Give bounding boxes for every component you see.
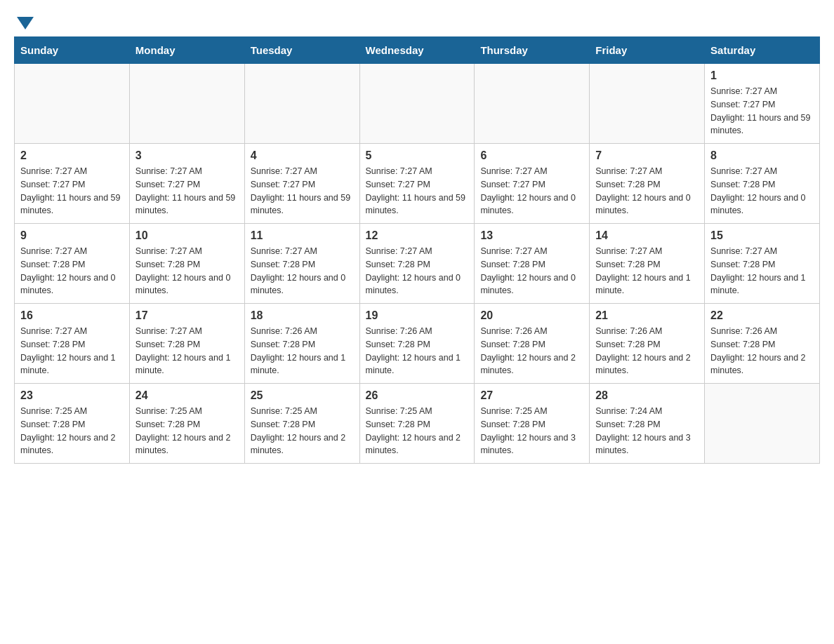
calendar-day-cell — [129, 64, 244, 144]
day-info: Sunrise: 7:26 AMSunset: 7:28 PMDaylight:… — [480, 325, 583, 377]
day-number: 3 — [135, 149, 239, 162]
day-info: Sunrise: 7:27 AMSunset: 7:27 PMDaylight:… — [710, 85, 814, 137]
calendar-day-cell: 17Sunrise: 7:27 AMSunset: 7:28 PMDayligh… — [129, 304, 244, 384]
calendar-day-cell: 4Sunrise: 7:27 AMSunset: 7:27 PMDaylight… — [244, 144, 359, 224]
day-number: 15 — [710, 229, 814, 242]
calendar-day-cell: 9Sunrise: 7:27 AMSunset: 7:28 PMDaylight… — [15, 224, 130, 304]
day-number: 7 — [595, 149, 699, 162]
day-header-row: SundayMondayTuesdayWednesdayThursdayFrid… — [15, 37, 820, 64]
day-info: Sunrise: 7:27 AMSunset: 7:28 PMDaylight:… — [710, 245, 814, 297]
day-number: 21 — [595, 309, 699, 322]
day-number: 14 — [595, 229, 699, 242]
day-info: Sunrise: 7:27 AMSunset: 7:28 PMDaylight:… — [366, 245, 469, 297]
calendar-day-cell: 26Sunrise: 7:25 AMSunset: 7:28 PMDayligh… — [359, 384, 475, 464]
logo — [14, 14, 34, 29]
calendar-day-cell: 13Sunrise: 7:27 AMSunset: 7:28 PMDayligh… — [475, 224, 590, 304]
calendar-day-cell: 27Sunrise: 7:25 AMSunset: 7:28 PMDayligh… — [475, 384, 590, 464]
day-info: Sunrise: 7:25 AMSunset: 7:28 PMDaylight:… — [480, 405, 583, 457]
day-info: Sunrise: 7:27 AMSunset: 7:27 PMDaylight:… — [480, 165, 583, 217]
calendar-week-row: 16Sunrise: 7:27 AMSunset: 7:28 PMDayligh… — [15, 304, 820, 384]
day-info: Sunrise: 7:27 AMSunset: 7:28 PMDaylight:… — [135, 325, 239, 377]
calendar-day-cell: 28Sunrise: 7:24 AMSunset: 7:28 PMDayligh… — [590, 384, 705, 464]
calendar-table: SundayMondayTuesdayWednesdayThursdayFrid… — [14, 36, 820, 464]
calendar-day-cell: 12Sunrise: 7:27 AMSunset: 7:28 PMDayligh… — [359, 224, 475, 304]
calendar-day-cell: 16Sunrise: 7:27 AMSunset: 7:28 PMDayligh… — [15, 304, 130, 384]
calendar-day-cell: 8Sunrise: 7:27 AMSunset: 7:28 PMDaylight… — [705, 144, 820, 224]
day-info: Sunrise: 7:25 AMSunset: 7:28 PMDaylight:… — [20, 405, 124, 457]
day-number: 27 — [480, 389, 583, 402]
day-info: Sunrise: 7:27 AMSunset: 7:28 PMDaylight:… — [251, 245, 354, 297]
day-of-week-header: Thursday — [475, 37, 590, 64]
calendar-day-cell: 10Sunrise: 7:27 AMSunset: 7:28 PMDayligh… — [129, 224, 244, 304]
day-number: 24 — [135, 389, 239, 402]
day-number: 4 — [251, 149, 354, 162]
calendar-week-row: 1Sunrise: 7:27 AMSunset: 7:27 PMDaylight… — [15, 64, 820, 144]
calendar-day-cell: 19Sunrise: 7:26 AMSunset: 7:28 PMDayligh… — [359, 304, 475, 384]
calendar-day-cell: 14Sunrise: 7:27 AMSunset: 7:28 PMDayligh… — [590, 224, 705, 304]
day-info: Sunrise: 7:27 AMSunset: 7:28 PMDaylight:… — [20, 325, 124, 377]
calendar-day-cell: 5Sunrise: 7:27 AMSunset: 7:27 PMDaylight… — [359, 144, 475, 224]
day-number: 18 — [251, 309, 354, 322]
day-of-week-header: Monday — [129, 37, 244, 64]
calendar-day-cell: 20Sunrise: 7:26 AMSunset: 7:28 PMDayligh… — [475, 304, 590, 384]
day-info: Sunrise: 7:26 AMSunset: 7:28 PMDaylight:… — [251, 325, 354, 377]
day-info: Sunrise: 7:27 AMSunset: 7:27 PMDaylight:… — [251, 165, 354, 217]
day-number: 22 — [710, 309, 814, 322]
day-of-week-header: Tuesday — [244, 37, 359, 64]
day-info: Sunrise: 7:26 AMSunset: 7:28 PMDaylight:… — [710, 325, 814, 377]
day-info: Sunrise: 7:27 AMSunset: 7:27 PMDaylight:… — [135, 165, 239, 217]
calendar-day-cell — [359, 64, 475, 144]
calendar-day-cell: 6Sunrise: 7:27 AMSunset: 7:27 PMDaylight… — [475, 144, 590, 224]
calendar-day-cell: 2Sunrise: 7:27 AMSunset: 7:27 PMDaylight… — [15, 144, 130, 224]
day-info: Sunrise: 7:26 AMSunset: 7:28 PMDaylight:… — [595, 325, 699, 377]
day-info: Sunrise: 7:26 AMSunset: 7:28 PMDaylight:… — [366, 325, 469, 377]
page-header — [14, 14, 820, 29]
day-number: 8 — [710, 149, 814, 162]
day-number: 17 — [135, 309, 239, 322]
day-info: Sunrise: 7:27 AMSunset: 7:28 PMDaylight:… — [135, 245, 239, 297]
calendar-day-cell — [590, 64, 705, 144]
day-number: 13 — [480, 229, 583, 242]
logo-arrow-icon — [17, 17, 34, 29]
day-number: 6 — [480, 149, 583, 162]
calendar-day-cell — [475, 64, 590, 144]
calendar-week-row: 9Sunrise: 7:27 AMSunset: 7:28 PMDaylight… — [15, 224, 820, 304]
day-of-week-header: Wednesday — [359, 37, 475, 64]
calendar-day-cell: 1Sunrise: 7:27 AMSunset: 7:27 PMDaylight… — [705, 64, 820, 144]
calendar-day-cell: 7Sunrise: 7:27 AMSunset: 7:28 PMDaylight… — [590, 144, 705, 224]
day-number: 25 — [251, 389, 354, 402]
day-number: 19 — [366, 309, 469, 322]
day-info: Sunrise: 7:27 AMSunset: 7:28 PMDaylight:… — [595, 245, 699, 297]
day-info: Sunrise: 7:25 AMSunset: 7:28 PMDaylight:… — [366, 405, 469, 457]
calendar-day-cell: 23Sunrise: 7:25 AMSunset: 7:28 PMDayligh… — [15, 384, 130, 464]
day-info: Sunrise: 7:24 AMSunset: 7:28 PMDaylight:… — [595, 405, 699, 457]
day-info: Sunrise: 7:27 AMSunset: 7:28 PMDaylight:… — [595, 165, 699, 217]
day-number: 11 — [251, 229, 354, 242]
day-of-week-header: Sunday — [15, 37, 130, 64]
day-of-week-header: Saturday — [705, 37, 820, 64]
calendar-day-cell: 18Sunrise: 7:26 AMSunset: 7:28 PMDayligh… — [244, 304, 359, 384]
day-info: Sunrise: 7:27 AMSunset: 7:28 PMDaylight:… — [710, 165, 814, 217]
day-info: Sunrise: 7:25 AMSunset: 7:28 PMDaylight:… — [251, 405, 354, 457]
day-info: Sunrise: 7:27 AMSunset: 7:28 PMDaylight:… — [480, 245, 583, 297]
day-info: Sunrise: 7:27 AMSunset: 7:28 PMDaylight:… — [20, 245, 124, 297]
calendar-day-cell: 25Sunrise: 7:25 AMSunset: 7:28 PMDayligh… — [244, 384, 359, 464]
calendar-day-cell: 21Sunrise: 7:26 AMSunset: 7:28 PMDayligh… — [590, 304, 705, 384]
calendar-day-cell: 3Sunrise: 7:27 AMSunset: 7:27 PMDaylight… — [129, 144, 244, 224]
day-number: 12 — [366, 229, 469, 242]
calendar-day-cell: 11Sunrise: 7:27 AMSunset: 7:28 PMDayligh… — [244, 224, 359, 304]
day-number: 10 — [135, 229, 239, 242]
day-number: 1 — [710, 69, 814, 82]
day-of-week-header: Friday — [590, 37, 705, 64]
day-number: 5 — [366, 149, 469, 162]
day-number: 20 — [480, 309, 583, 322]
day-number: 28 — [595, 389, 699, 402]
calendar-day-cell — [705, 384, 820, 464]
calendar-body: 1Sunrise: 7:27 AMSunset: 7:27 PMDaylight… — [15, 64, 820, 464]
day-info: Sunrise: 7:25 AMSunset: 7:28 PMDaylight:… — [135, 405, 239, 457]
day-info: Sunrise: 7:27 AMSunset: 7:27 PMDaylight:… — [20, 165, 124, 217]
day-info: Sunrise: 7:27 AMSunset: 7:27 PMDaylight:… — [366, 165, 469, 217]
day-number: 2 — [20, 149, 124, 162]
day-number: 26 — [366, 389, 469, 402]
calendar-day-cell — [15, 64, 130, 144]
